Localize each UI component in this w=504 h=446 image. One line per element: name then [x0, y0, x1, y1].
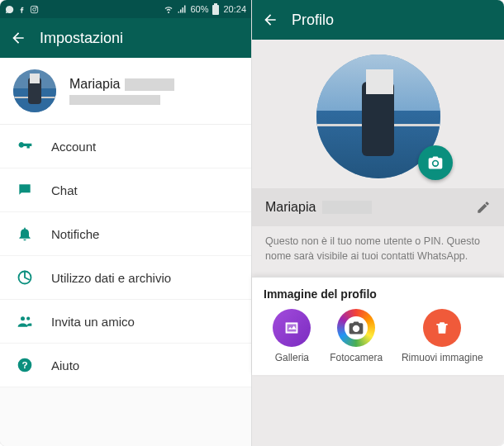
camera-icon: [337, 309, 375, 347]
profile-hero: [252, 40, 504, 188]
whatsapp-icon: [5, 5, 14, 14]
battery-icon: [212, 3, 220, 15]
help-icon: ?: [17, 357, 33, 373]
svg-text:?: ?: [21, 359, 27, 370]
redacted-surname: [125, 78, 174, 91]
svg-point-2: [36, 7, 37, 7]
option-label: Galleria: [275, 352, 309, 363]
menu-label: Chat: [51, 183, 78, 197]
pencil-icon[interactable]: [476, 200, 491, 215]
option-remove[interactable]: Rimuovi immagine: [402, 309, 483, 363]
avatar: [13, 69, 56, 112]
image-options-sheet: Immagine del profilo Galleria Fotocamera: [252, 277, 504, 375]
page-title: Impostazioni: [40, 30, 123, 47]
data-icon: [17, 269, 33, 286]
back-button[interactable]: [262, 12, 278, 28]
menu-label: Utilizzo dati e archivio: [51, 271, 171, 285]
menu-item-account[interactable]: Account: [0, 125, 251, 168]
settings-screen: 60% 20:24 Impostazioni Mariapia: [0, 0, 252, 446]
gallery-icon: [273, 309, 311, 347]
facebook-icon: [17, 5, 26, 14]
battery-text: 60%: [190, 4, 208, 14]
name-hint-text: Questo non è il tuo nome utente o PIN. Q…: [252, 226, 504, 277]
svg-rect-3: [212, 5, 219, 15]
chat-icon: [17, 182, 33, 198]
profile-name-text: Mariapia: [69, 77, 120, 92]
app-bar-profile: Profilo: [252, 0, 504, 40]
menu-item-help[interactable]: ? Aiuto: [0, 344, 251, 387]
profile-screen: Profilo Mariapia Questo non è il tuo nom…: [252, 0, 504, 446]
change-photo-button[interactable]: [418, 145, 453, 180]
option-label: Rimuovi immagine: [402, 352, 483, 363]
svg-point-1: [33, 7, 36, 11]
menu-item-data-usage[interactable]: Utilizzo dati e archivio: [0, 256, 251, 300]
svg-rect-4: [214, 3, 217, 5]
profile-name-text: Mariapia: [265, 200, 316, 215]
app-bar-settings: Impostazioni: [0, 18, 251, 58]
menu-label: Aiuto: [51, 358, 79, 372]
svg-point-6: [21, 316, 25, 320]
menu-label: Invita un amico: [51, 315, 135, 329]
option-label: Fotocamera: [330, 352, 383, 363]
sheet-title: Immagine del profilo: [264, 287, 492, 301]
menu-label: Account: [51, 140, 96, 154]
key-icon: [17, 138, 33, 154]
clock-text: 20:24: [223, 4, 246, 14]
name-field-row[interactable]: Mariapia: [252, 188, 504, 226]
profile-status-redacted: [69, 95, 160, 105]
page-title: Profilo: [292, 12, 334, 29]
signal-icon: [177, 4, 187, 14]
menu-label: Notifiche: [51, 227, 99, 241]
status-bar: 60% 20:24: [0, 0, 251, 18]
bell-icon: [17, 225, 33, 242]
svg-point-7: [26, 317, 30, 320]
trash-icon: [423, 309, 461, 347]
option-gallery[interactable]: Galleria: [273, 309, 311, 363]
back-button[interactable]: [10, 30, 26, 46]
redacted-surname: [322, 201, 372, 214]
profile-name: Mariapia: [69, 77, 174, 92]
option-camera[interactable]: Fotocamera: [330, 309, 383, 363]
invite-icon: [17, 313, 33, 330]
wifi-icon: [164, 4, 174, 14]
menu-item-notifications[interactable]: Notifiche: [0, 212, 251, 256]
menu-item-chat[interactable]: Chat: [0, 168, 251, 212]
instagram-icon: [30, 5, 39, 14]
menu-item-invite[interactable]: Invita un amico: [0, 300, 251, 344]
profile-row[interactable]: Mariapia: [0, 58, 251, 124]
